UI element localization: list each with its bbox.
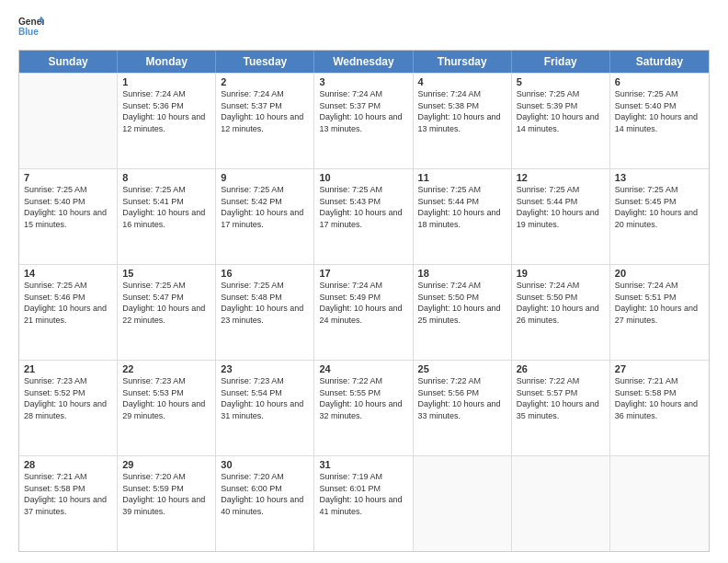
day-number: 24 (319, 363, 407, 374)
calendar-cell: 5Sunrise: 7:25 AM Sunset: 5:39 PM Daylig… (512, 74, 610, 168)
day-info: Sunrise: 7:25 AM Sunset: 5:47 PM Dayligh… (122, 280, 210, 326)
day-number: 23 (221, 363, 309, 374)
day-info: Sunrise: 7:24 AM Sunset: 5:50 PM Dayligh… (418, 280, 506, 326)
calendar-cell: 27Sunrise: 7:21 AM Sunset: 5:58 PM Dayli… (610, 361, 709, 455)
day-number: 25 (418, 363, 506, 374)
day-info: Sunrise: 7:25 AM Sunset: 5:45 PM Dayligh… (615, 184, 704, 230)
calendar-row-1: 1Sunrise: 7:24 AM Sunset: 5:36 PM Daylig… (19, 73, 709, 168)
calendar-cell: 20Sunrise: 7:24 AM Sunset: 5:51 PM Dayli… (610, 265, 709, 360)
calendar-cell: 2Sunrise: 7:24 AM Sunset: 5:37 PM Daylig… (216, 74, 314, 168)
calendar-cell: 6Sunrise: 7:25 AM Sunset: 5:40 PM Daylig… (610, 74, 709, 168)
day-info: Sunrise: 7:25 AM Sunset: 5:44 PM Dayligh… (517, 184, 605, 230)
day-info: Sunrise: 7:24 AM Sunset: 5:51 PM Dayligh… (615, 280, 704, 326)
calendar-cell: 22Sunrise: 7:23 AM Sunset: 5:53 PM Dayli… (118, 361, 216, 455)
day-number: 22 (122, 363, 210, 374)
calendar: SundayMondayTuesdayWednesdayThursdayFrid… (18, 50, 710, 552)
day-info: Sunrise: 7:25 AM Sunset: 5:46 PM Dayligh… (24, 280, 112, 326)
calendar-cell (414, 456, 512, 551)
day-number: 18 (418, 268, 506, 279)
day-info: Sunrise: 7:25 AM Sunset: 5:44 PM Dayligh… (418, 184, 506, 230)
day-number: 11 (418, 172, 506, 183)
calendar-body: 1Sunrise: 7:24 AM Sunset: 5:36 PM Daylig… (19, 73, 709, 551)
day-info: Sunrise: 7:24 AM Sunset: 5:50 PM Dayligh… (517, 280, 605, 326)
day-number: 2 (221, 76, 309, 87)
page: General Blue SundayMondayTuesdayWednesda… (0, 0, 728, 563)
day-number: 28 (24, 459, 112, 470)
day-number: 1 (122, 76, 210, 87)
day-info: Sunrise: 7:24 AM Sunset: 5:36 PM Dayligh… (122, 88, 210, 134)
day-info: Sunrise: 7:24 AM Sunset: 5:37 PM Dayligh… (319, 88, 407, 134)
calendar-cell: 3Sunrise: 7:24 AM Sunset: 5:37 PM Daylig… (314, 74, 413, 168)
day-number: 15 (122, 268, 210, 279)
calendar-cell: 9Sunrise: 7:25 AM Sunset: 5:42 PM Daylig… (216, 169, 314, 264)
header-day-thursday: Thursday (414, 51, 512, 73)
calendar-cell: 14Sunrise: 7:25 AM Sunset: 5:46 PM Dayli… (19, 265, 118, 360)
day-info: Sunrise: 7:25 AM Sunset: 5:42 PM Dayligh… (221, 184, 309, 230)
day-info: Sunrise: 7:23 AM Sunset: 5:52 PM Dayligh… (24, 375, 112, 421)
header-day-saturday: Saturday (610, 51, 709, 73)
calendar-cell (19, 74, 118, 168)
calendar-cell: 31Sunrise: 7:19 AM Sunset: 6:01 PM Dayli… (314, 456, 413, 551)
calendar-cell: 13Sunrise: 7:25 AM Sunset: 5:45 PM Dayli… (610, 169, 709, 264)
header: General Blue (18, 15, 710, 40)
day-number: 30 (221, 459, 309, 470)
calendar-cell: 15Sunrise: 7:25 AM Sunset: 5:47 PM Dayli… (118, 265, 216, 360)
day-number: 27 (615, 363, 704, 374)
calendar-cell: 11Sunrise: 7:25 AM Sunset: 5:44 PM Dayli… (414, 169, 512, 264)
day-number: 12 (517, 172, 605, 183)
day-info: Sunrise: 7:25 AM Sunset: 5:40 PM Dayligh… (24, 184, 112, 230)
day-number: 5 (517, 76, 605, 87)
calendar-cell: 19Sunrise: 7:24 AM Sunset: 5:50 PM Dayli… (512, 265, 610, 360)
calendar-cell: 12Sunrise: 7:25 AM Sunset: 5:44 PM Dayli… (512, 169, 610, 264)
calendar-cell: 17Sunrise: 7:24 AM Sunset: 5:49 PM Dayli… (314, 265, 413, 360)
calendar-cell: 10Sunrise: 7:25 AM Sunset: 5:43 PM Dayli… (314, 169, 413, 264)
calendar-cell: 23Sunrise: 7:23 AM Sunset: 5:54 PM Dayli… (216, 361, 314, 455)
day-number: 19 (517, 268, 605, 279)
day-info: Sunrise: 7:25 AM Sunset: 5:39 PM Dayligh… (517, 88, 605, 134)
svg-text:Blue: Blue (18, 27, 39, 37)
day-number: 10 (319, 172, 407, 183)
calendar-row-4: 21Sunrise: 7:23 AM Sunset: 5:52 PM Dayli… (19, 360, 709, 455)
day-number: 29 (122, 459, 210, 470)
day-info: Sunrise: 7:23 AM Sunset: 5:53 PM Dayligh… (122, 375, 210, 421)
calendar-cell (512, 456, 610, 551)
day-number: 8 (122, 172, 210, 183)
day-number: 7 (24, 172, 112, 183)
day-info: Sunrise: 7:23 AM Sunset: 5:54 PM Dayligh… (221, 375, 309, 421)
header-day-sunday: Sunday (19, 51, 118, 73)
day-info: Sunrise: 7:24 AM Sunset: 5:37 PM Dayligh… (221, 88, 309, 134)
day-info: Sunrise: 7:22 AM Sunset: 5:56 PM Dayligh… (418, 375, 506, 421)
day-number: 20 (615, 268, 704, 279)
calendar-row-3: 14Sunrise: 7:25 AM Sunset: 5:46 PM Dayli… (19, 264, 709, 360)
day-info: Sunrise: 7:20 AM Sunset: 6:00 PM Dayligh… (221, 471, 309, 517)
day-number: 14 (24, 268, 112, 279)
day-info: Sunrise: 7:19 AM Sunset: 6:01 PM Dayligh… (319, 471, 407, 517)
day-number: 13 (615, 172, 704, 183)
day-info: Sunrise: 7:21 AM Sunset: 5:58 PM Dayligh… (615, 375, 704, 421)
day-info: Sunrise: 7:21 AM Sunset: 5:58 PM Dayligh… (24, 471, 112, 517)
day-number: 6 (615, 76, 704, 87)
header-day-friday: Friday (512, 51, 610, 73)
logo-icon: General Blue (18, 15, 44, 40)
calendar-cell: 25Sunrise: 7:22 AM Sunset: 5:56 PM Dayli… (414, 361, 512, 455)
calendar-cell: 8Sunrise: 7:25 AM Sunset: 5:41 PM Daylig… (118, 169, 216, 264)
day-info: Sunrise: 7:25 AM Sunset: 5:41 PM Dayligh… (122, 184, 210, 230)
day-number: 26 (517, 363, 605, 374)
day-info: Sunrise: 7:24 AM Sunset: 5:49 PM Dayligh… (319, 280, 407, 326)
day-number: 9 (221, 172, 309, 183)
day-number: 3 (319, 76, 407, 87)
day-number: 21 (24, 363, 112, 374)
day-info: Sunrise: 7:25 AM Sunset: 5:43 PM Dayligh… (319, 184, 407, 230)
day-number: 31 (319, 459, 407, 470)
calendar-cell: 24Sunrise: 7:22 AM Sunset: 5:55 PM Dayli… (314, 361, 413, 455)
calendar-cell: 18Sunrise: 7:24 AM Sunset: 5:50 PM Dayli… (414, 265, 512, 360)
day-number: 17 (319, 268, 407, 279)
calendar-cell: 4Sunrise: 7:24 AM Sunset: 5:38 PM Daylig… (414, 74, 512, 168)
day-info: Sunrise: 7:25 AM Sunset: 5:40 PM Dayligh… (615, 88, 704, 134)
day-number: 4 (418, 76, 506, 87)
calendar-cell: 1Sunrise: 7:24 AM Sunset: 5:36 PM Daylig… (118, 74, 216, 168)
header-day-monday: Monday (118, 51, 216, 73)
calendar-cell: 28Sunrise: 7:21 AM Sunset: 5:58 PM Dayli… (19, 456, 118, 551)
day-info: Sunrise: 7:22 AM Sunset: 5:57 PM Dayligh… (517, 375, 605, 421)
calendar-row-2: 7Sunrise: 7:25 AM Sunset: 5:40 PM Daylig… (19, 168, 709, 264)
